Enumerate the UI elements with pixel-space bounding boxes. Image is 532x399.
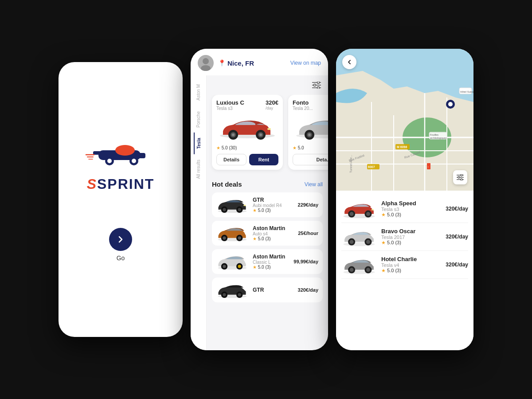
tab-aston-m[interactable]: Aston M	[194, 79, 203, 106]
listing-img-charlie	[341, 254, 377, 275]
deal-model-aston2: Classic L	[253, 260, 289, 265]
svg-point-83	[461, 174, 462, 176]
listing-alpha-speed[interactable]: Alpha Speed Tesla s3 ★ 5.0 (3) 320€/day	[341, 195, 468, 223]
listing-bravo-oscar[interactable]: Bravo Oscar Tesla 2017 ★ 5.0 (3) 320€/da…	[341, 223, 468, 251]
deal-rating-aston2: ★ 5.0 (3)	[253, 265, 289, 270]
svg-point-7	[132, 159, 136, 163]
star-icon: ★	[216, 145, 220, 150]
deal-price-gtr2: 320€/day	[298, 287, 318, 293]
location-text: Nice, FR	[227, 59, 254, 67]
map-filter-button[interactable]	[453, 170, 467, 184]
svg-point-87	[461, 179, 462, 180]
deal-car-img-gtr2	[216, 281, 248, 299]
car-name: Luxious C	[216, 99, 244, 106]
rent-button[interactable]: Rent	[249, 154, 278, 165]
map-svg: Rue Fodéré Rue Cassini Hôtel Suisse Foui…	[336, 49, 473, 191]
svg-text:Hôtel Suisse: Hôtel Suisse	[460, 90, 473, 93]
listings-screen: 📍 Nice, FR View on map Aston M Porsche T…	[191, 49, 328, 350]
svg-point-48	[223, 265, 226, 268]
view-map-link[interactable]: View on map	[290, 60, 321, 66]
listing-price-bravo: 320€/day	[446, 234, 468, 240]
tab-tesla[interactable]: Tesla	[194, 133, 203, 154]
deal-info-aston1: Aston Martin Auto s4 ★ 5.0 (3)	[253, 225, 293, 241]
tab-all-results[interactable]: All results	[194, 154, 203, 184]
deal-item-gtr1[interactable]: GTR Aubi model R4 ★ 5.0 (3) 229€/day	[212, 192, 323, 217]
svg-rect-40	[243, 205, 246, 206]
filter-icon[interactable]	[310, 79, 323, 91]
svg-point-103	[366, 268, 370, 272]
deal-price-gtr1: 229€/day	[298, 202, 318, 207]
map-screen: Rue Fodéré Rue Cassini Hôtel Suisse Foui…	[336, 49, 473, 350]
svg-text:Fouilles: Fouilles	[430, 133, 438, 136]
svg-rect-2	[137, 153, 145, 158]
tab-porsche[interactable]: Porsche	[194, 106, 203, 133]
listing-info-bravo: Bravo Oscar Tesla 2017 ★ 5.0 (3)	[381, 228, 441, 246]
deal-rating-aston1: ★ 5.0 (3)	[253, 236, 293, 241]
svg-rect-93	[372, 209, 374, 211]
deal-name-aston1: Aston Martin	[253, 225, 293, 231]
user-avatar[interactable]	[198, 55, 214, 71]
svg-point-69	[448, 102, 453, 106]
svg-text:Tunnel Alor...: Tunnel Alor...	[349, 155, 352, 173]
deal-price-aston2: 99,99€/day	[293, 259, 318, 264]
listing-img-bravo	[341, 227, 377, 247]
details-button[interactable]: Details	[216, 154, 246, 165]
app-logo-text: S SPRINT	[87, 176, 155, 192]
star-icon-2: ★	[293, 145, 297, 150]
map-area: Rue Fodéré Rue Cassini Hôtel Suisse Foui…	[336, 49, 473, 191]
go-label: Go	[117, 254, 125, 262]
listing-img-alpha	[341, 199, 377, 219]
svg-point-37	[223, 208, 226, 211]
car-price-unit: /day	[266, 106, 278, 110]
car-model-2: Tesla 20...	[293, 106, 313, 111]
svg-point-15	[317, 82, 320, 84]
svg-point-43	[223, 236, 226, 239]
deal-car-img-aston2	[216, 253, 248, 270]
listing-info-alpha: Alpha Speed Tesla s3 ★ 5.0 (3)	[381, 200, 441, 218]
svg-point-53	[223, 293, 226, 296]
filter-row	[207, 75, 328, 95]
car-name-2: Fonto	[293, 99, 313, 106]
featured-cards-row: Luxious C Tesla s3 320€ /day	[207, 95, 328, 175]
svg-point-23	[232, 133, 235, 136]
car-rating: ★ 5.0 (30)	[216, 145, 278, 150]
listing-name-alpha: Alpha Speed	[381, 200, 441, 207]
deal-name-aston2: Aston Martin	[253, 254, 289, 260]
car-card-fonto: Fonto Tesla 20...	[288, 95, 328, 170]
card-header: Luxious C Tesla s3 320€ /day	[216, 99, 278, 111]
card-header-2: Fonto Tesla 20...	[293, 99, 328, 111]
deal-item-gtr2[interactable]: GTR 320€/day	[212, 278, 323, 302]
deal-item-aston2[interactable]: Aston Martin Classic L ★ 5.0 (3) 99,99€/…	[212, 249, 323, 274]
svg-point-1	[115, 145, 135, 156]
deal-info-gtr1: GTR Aubi model R4 ★ 5.0 (3)	[253, 197, 293, 213]
card-buttons-2: Deta...	[293, 154, 328, 165]
deal-car-img-aston1	[216, 224, 248, 242]
deal-rating-gtr1: ★ 5.0 (3)	[253, 208, 293, 213]
svg-text:M 6098: M 6098	[397, 145, 407, 149]
svg-point-12	[203, 58, 209, 64]
svg-point-101	[350, 268, 354, 272]
details-button-2[interactable]: Deta...	[293, 154, 328, 165]
location-row: 📍 Nice, FR View on map	[218, 59, 321, 67]
go-button[interactable]	[109, 228, 132, 251]
deal-info-gtr2: GTR	[253, 287, 293, 293]
listings-header: 📍 Nice, FR View on map	[191, 49, 328, 75]
logo-sprint: SPRINT	[97, 176, 154, 192]
svg-point-17	[314, 84, 316, 86]
svg-point-96	[350, 240, 354, 244]
svg-point-19	[317, 87, 320, 89]
view-all-link[interactable]: View all	[305, 181, 323, 188]
back-button[interactable]	[342, 55, 356, 69]
deal-info-aston2: Aston Martin Classic L ★ 5.0 (3)	[253, 254, 289, 270]
splash-screen: S SPRINT Go	[59, 62, 183, 337]
card-info-2: Fonto Tesla 20...	[293, 99, 313, 111]
deal-car-img-gtr1	[216, 196, 248, 214]
deal-price-aston1: 25€/hour	[298, 231, 318, 236]
car-price: 320€	[266, 99, 278, 106]
listing-hotel-charlie[interactable]: Hotel Charlie Tesla v4 ★ 5.0 (3) 320€/da…	[341, 251, 468, 279]
deal-item-aston1[interactable]: Aston Martin Auto s4 ★ 5.0 (3) 25€/hour	[212, 221, 323, 246]
card-price: 320€ /day	[266, 99, 278, 110]
svg-point-45	[238, 236, 241, 239]
logo-s: S	[87, 176, 97, 192]
listing-price-charlie: 320€/day	[446, 262, 468, 268]
